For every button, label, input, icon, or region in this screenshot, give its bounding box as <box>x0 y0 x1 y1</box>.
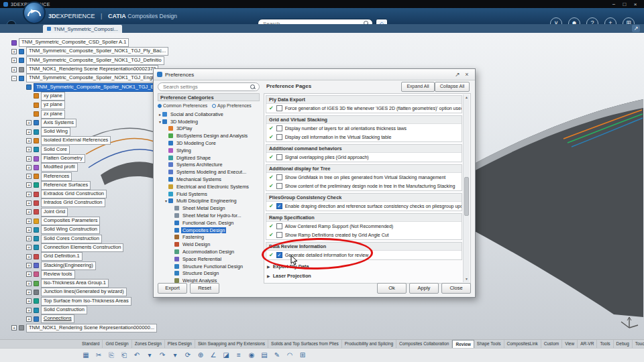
expand-plus-icon[interactable]: + <box>11 58 17 63</box>
catalog-browser-icon[interactable]: ≡ <box>233 350 244 361</box>
tree-item[interactable]: +Stacking(Engineering) <box>4 261 168 269</box>
collapsed-section[interactable]: ▶Laser Projection <box>267 272 462 280</box>
tree-item[interactable]: xy plane <box>4 92 168 101</box>
option-checkbox[interactable] <box>276 134 282 140</box>
category-item[interactable]: BioSystems Design and Analysis <box>158 132 260 139</box>
preference-section-header[interactable]: Data Review Information <box>266 243 462 251</box>
view-table-icon[interactable]: ▦ <box>80 350 91 361</box>
tree-item-label[interactable]: Connections <box>41 314 74 323</box>
measure-icon[interactable]: ∠ <box>208 350 219 361</box>
expand-section-icon[interactable]: ▶ <box>267 264 270 269</box>
option-checkbox[interactable] <box>276 174 282 180</box>
maximize-button[interactable]: □ <box>619 1 630 7</box>
tree-item-label[interactable]: Axis Systems <box>41 119 76 127</box>
category-item[interactable]: Structure Functional Design <box>158 263 260 270</box>
tree-item-label[interactable]: Flatten Geometry <box>41 154 85 163</box>
expand-plus-icon[interactable]: + <box>26 165 32 170</box>
expand-plus-icon[interactable]: + <box>26 147 32 152</box>
tree-item[interactable]: +Solid Core <box>4 145 168 154</box>
dialog-titlebar[interactable]: Preferences ↗ × <box>154 69 475 80</box>
tree-item[interactable]: +Composites Parameters <box>4 217 168 225</box>
preference-section-header[interactable]: Ramp Specification <box>266 214 462 222</box>
tree-item-label[interactable]: TNM_Symmetric_Composite_Spoiler_NOK1_TGJ… <box>26 47 168 56</box>
preference-section-header[interactable]: PliesGroup Consistency Check <box>266 194 462 202</box>
tree-item-label[interactable]: TNM_Symmetric_Composite_CSD_Spoiler A.1 <box>19 38 129 47</box>
tree-item[interactable]: +Solid Construction <box>4 306 168 314</box>
tree-item[interactable]: +Top Surface from Iso-Thickness Areas <box>4 297 168 306</box>
paste-icon[interactable]: ⎗ <box>119 350 129 361</box>
tree-item[interactable]: +Solid Wing <box>4 127 168 136</box>
category-item[interactable]: Functional Gen. Design <box>158 219 260 227</box>
option-checkbox[interactable] <box>276 125 282 131</box>
category-item[interactable]: Sheet Metal Design <box>158 204 260 212</box>
category-item[interactable]: ▸Social and Collaborative <box>158 111 260 118</box>
update-icon[interactable]: ⟳ <box>182 350 193 361</box>
tree-item-label[interactable]: Solid Wing Construction <box>41 225 100 234</box>
tree-item[interactable]: +TNM_NOK1_Rendering Scene Representation… <box>4 65 168 74</box>
document-tab[interactable]: TNM_Symmetric_Composi... <box>43 25 122 33</box>
category-item[interactable]: Sheet Metal for Hydro-for... <box>158 212 260 219</box>
expand-plus-icon[interactable]: + <box>26 120 32 125</box>
tree-item[interactable]: +Joint Grid <box>4 208 168 217</box>
tab-shape-tools[interactable]: Shape Tools <box>474 340 504 348</box>
tree-item[interactable]: +Grid Definition.1 <box>4 252 168 261</box>
tree-item[interactable]: +Flatten Geometry <box>4 154 168 163</box>
surface-tool-icon[interactable]: ◠ <box>284 350 295 361</box>
tree-item[interactable]: +TNM_NOK1_Rendering Scene Representation… <box>4 324 168 333</box>
expand-plus-icon[interactable]: + <box>11 325 17 330</box>
tree-item-label[interactable]: Isolated External References <box>41 136 111 145</box>
option-checkbox[interactable]: ✓ <box>276 203 282 209</box>
expand-plus-icon[interactable]: + <box>26 174 32 179</box>
collapsed-section[interactable]: ▶Export Ply Data <box>267 262 462 271</box>
category-item[interactable]: Systems Modeling and Execut... <box>158 168 260 176</box>
tree-item[interactable]: +Junction lines(Generated by wizard) <box>4 288 168 296</box>
category-item[interactable]: Electrical and Electronic Systems <box>158 183 260 190</box>
tree-item[interactable]: +Review tools <box>4 270 168 279</box>
option-checkbox[interactable]: ✓ <box>276 252 282 258</box>
expand-plus-icon[interactable]: + <box>26 316 32 322</box>
category-item[interactable]: Systems Architecture <box>158 162 260 169</box>
tree-item[interactable]: +Connections <box>4 314 168 323</box>
expand-plus-icon[interactable]: + <box>11 67 17 72</box>
category-item[interactable]: ▾3D Modeling <box>158 118 260 125</box>
tree-item-label[interactable]: Reference Surfaces <box>41 181 91 190</box>
material-icon[interactable]: ◉ <box>246 350 257 361</box>
tree-item[interactable]: +References <box>4 172 168 180</box>
tree-item[interactable]: +TNM_Symmetric_Composite_Spoiler_NOK1_TG… <box>4 47 168 56</box>
scrollbar-thumb[interactable] <box>464 177 469 216</box>
tree-item-label[interactable]: Review tools <box>41 270 75 279</box>
tree-item-label[interactable]: Solid Wing <box>41 127 70 136</box>
settings-search-input[interactable] <box>162 83 250 90</box>
expand-plus-icon[interactable]: + <box>26 272 32 277</box>
close-dialog-icon[interactable]: × <box>462 71 472 78</box>
tree-item-label[interactable]: TNM_Symmetric_Composite_Spoiler_NOK1_TGJ… <box>34 83 163 92</box>
expand-plus-icon[interactable]: + <box>26 219 32 224</box>
tree-item-label[interactable]: TNM_Symmetric_Composite_Spoiler_NOK1_TGJ… <box>26 74 164 82</box>
cut-icon[interactable]: ✂ <box>93 350 104 361</box>
close-button[interactable]: × <box>630 1 641 7</box>
category-item[interactable]: Space Referential <box>158 255 260 263</box>
category-item[interactable]: ▾Multi Discipline Engineering <box>158 198 260 205</box>
axis-system-icon[interactable]: ⊕ <box>195 350 206 361</box>
expand-plus-icon[interactable]: + <box>26 281 32 286</box>
apply-button[interactable]: Apply <box>409 283 439 294</box>
tree-item-label[interactable]: TNM_NOK1_Rendering Scene Representation0… <box>26 324 157 333</box>
minimize-button[interactable]: − <box>608 1 619 7</box>
layers-filter-icon[interactable]: ▤ <box>259 350 270 361</box>
expand-plus-icon[interactable]: + <box>26 227 32 233</box>
tab-touch[interactable]: Touch <box>633 340 644 348</box>
category-item[interactable]: Mechanical Systems <box>158 176 260 183</box>
category-item[interactable]: Fluid Systems <box>158 190 260 198</box>
section-view-icon[interactable]: ◪ <box>221 350 231 361</box>
expand-plus-icon[interactable]: + <box>26 245 32 250</box>
category-item[interactable]: Structure Design <box>158 270 260 278</box>
export-button[interactable]: Export <box>158 283 187 294</box>
tree-item-label[interactable]: Solid Construction <box>41 306 87 314</box>
category-item[interactable]: Weld Design <box>158 241 260 248</box>
category-item[interactable]: Fastening <box>158 234 260 241</box>
tab-standard[interactable]: Standard <box>79 340 103 348</box>
expand-plus-icon[interactable]: + <box>26 200 32 206</box>
tree-item[interactable]: TNM_Symmetric_Composite_Spoiler_NOK1_TGJ… <box>4 82 168 91</box>
tree-item-label[interactable]: Stacking(Engineering) <box>41 261 96 270</box>
tab-tools[interactable]: Tools <box>597 340 613 348</box>
